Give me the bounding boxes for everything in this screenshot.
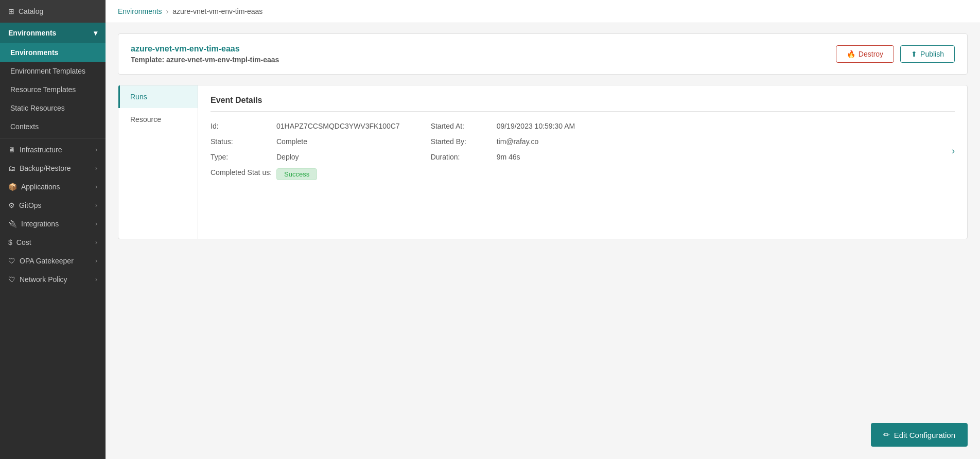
backup-icon: 🗂 — [8, 164, 15, 172]
event-started-by-row: Started By: tim@rafay.co — [431, 137, 575, 146]
event-type-value: Deploy — [276, 153, 299, 161]
event-started-by-label: Started By: — [431, 137, 493, 146]
chevron-right-icon-gitops: › — [95, 202, 97, 209]
environment-card: azure-vnet-vm-env-tim-eaas Template: azu… — [118, 33, 968, 75]
sidebar-item-contexts[interactable]: Contexts — [0, 117, 106, 136]
event-type-label: Type: — [211, 153, 272, 161]
sidebar-item-backup-restore[interactable]: 🗂 Backup/Restore › — [0, 159, 106, 178]
breadcrumb-current: azure-vnet-vm-env-tim-eaas — [172, 7, 262, 15]
event-id-value: 01HAPZ7CCSMQDC3YWV3FK100C7 — [276, 122, 400, 130]
sidebar-item-cost[interactable]: $ Cost › — [0, 233, 106, 252]
tab-resource-label: Resource — [130, 115, 161, 123]
event-type-row: Type: Deploy — [211, 153, 400, 161]
opa-icon: 🛡 — [8, 257, 15, 265]
chevron-right-icon-network: › — [95, 276, 97, 283]
event-completed-label: Completed Stat us: — [211, 168, 272, 176]
integrations-label: Integrations — [21, 220, 59, 228]
opa-gatekeeper-label: OPA Gatekeeper — [20, 257, 74, 265]
event-started-at-row: Started At: 09/19/2023 10:59:30 AM — [431, 122, 575, 130]
sidebar-item-infrastructure[interactable]: 🖥 Infrastructure › — [0, 140, 106, 159]
event-col-right: Started At: 09/19/2023 10:59:30 AM Start… — [431, 122, 575, 180]
applications-icon: 📦 — [8, 183, 17, 191]
publish-button[interactable]: ⬆ Publish — [900, 45, 955, 63]
breadcrumb-separator: › — [166, 7, 169, 15]
sidebar-item-applications[interactable]: 📦 Applications › — [0, 178, 106, 196]
publish-icon: ⬆ — [911, 50, 917, 58]
template-label: Template: — [131, 56, 164, 64]
destroy-button[interactable]: 🔥 Destroy — [836, 45, 894, 63]
tab-resource[interactable]: Resource — [118, 108, 198, 131]
chevron-down-icon: ▾ — [94, 29, 97, 37]
infrastructure-icon: 🖥 — [8, 146, 15, 154]
gitops-icon: ⚙ — [8, 201, 15, 209]
chevron-right-icon-apps: › — [95, 183, 97, 190]
sidebar-catalog[interactable]: ⊞ Catalog — [0, 0, 106, 23]
sidebar-item-environment-templates[interactable]: Environment Templates — [0, 62, 106, 80]
static-resources-label: Static Resources — [10, 104, 65, 112]
edit-config-icon: ✏ — [883, 430, 890, 439]
sidebar-item-network-policy[interactable]: 🛡 Network Policy › — [0, 270, 106, 289]
sidebar-environments-header[interactable]: Environments ▾ — [0, 23, 106, 43]
event-id-row: Id: 01HAPZ7CCSMQDC3YWV3FK100C7 — [211, 122, 400, 130]
event-completed-status-row: Completed Stat us: Success — [211, 168, 400, 180]
event-status-label: Status: — [211, 137, 272, 146]
publish-label: Publish — [920, 50, 944, 58]
destroy-icon: 🔥 — [847, 50, 855, 58]
event-duration-label: Duration: — [431, 153, 493, 161]
chevron-right-icon-integrations: › — [95, 220, 97, 227]
event-started-at-label: Started At: — [431, 122, 493, 130]
template-value: azure-vnet-vm-env-tmpl-tim-eaas — [166, 56, 279, 64]
integrations-icon: 🔌 — [8, 220, 17, 228]
main-content: Environments › azure-vnet-vm-env-tim-eaa… — [106, 0, 980, 459]
catalog-label: Catalog — [19, 7, 43, 15]
gitops-label: GitOps — [19, 201, 42, 209]
env-template: Template: azure-vnet-vm-env-tmpl-tim-eaa… — [131, 56, 279, 64]
event-id-label: Id: — [211, 122, 272, 130]
env-info: azure-vnet-vm-env-tim-eaas Template: azu… — [131, 44, 279, 64]
event-status-row: Status: Complete — [211, 137, 400, 146]
tabs-container: Runs Resource Event Details Id: 01HAPZ7C… — [118, 85, 968, 239]
cost-label: Cost — [16, 238, 31, 246]
tabs-sidebar: Runs Resource — [118, 85, 198, 239]
breadcrumb-link[interactable]: Environments — [118, 7, 162, 15]
tab-runs-label: Runs — [130, 93, 147, 101]
chevron-right-icon-opa: › — [95, 257, 97, 264]
environments-header-label: Environments — [8, 29, 56, 37]
event-started-by-value: tim@rafay.co — [497, 137, 539, 146]
chevron-right-icon-backup: › — [95, 165, 97, 172]
edit-config-label: Edit Configuration — [894, 431, 955, 439]
event-detail-chevron[interactable]: › — [952, 146, 955, 156]
env-name[interactable]: azure-vnet-vm-env-tim-eaas — [131, 44, 279, 54]
edit-configuration-button[interactable]: ✏ Edit Configuration — [871, 423, 968, 447]
destroy-label: Destroy — [859, 50, 883, 58]
infrastructure-label: Infrastructure — [20, 146, 62, 154]
backup-restore-label: Backup/Restore — [20, 164, 71, 172]
event-duration-row: Duration: 9m 46s — [431, 153, 575, 161]
network-policy-label: Network Policy — [20, 275, 67, 284]
sidebar-item-resource-templates[interactable]: Resource Templates — [0, 80, 106, 99]
breadcrumb: Environments › azure-vnet-vm-env-tim-eaa… — [106, 0, 980, 23]
environment-templates-label: Environment Templates — [10, 67, 85, 75]
sidebar-item-gitops[interactable]: ⚙ GitOps › — [0, 196, 106, 215]
event-duration-value: 9m 46s — [497, 153, 520, 161]
sidebar-item-static-resources[interactable]: Static Resources — [0, 99, 106, 117]
event-status-value: Complete — [276, 137, 307, 146]
tab-content: Event Details Id: 01HAPZ7CCSMQDC3YWV3FK1… — [198, 85, 967, 239]
contexts-label: Contexts — [10, 122, 39, 131]
grid-icon: ⊞ — [8, 7, 14, 15]
event-col-left: Id: 01HAPZ7CCSMQDC3YWV3FK100C7 Status: C… — [211, 122, 400, 180]
sidebar-item-integrations[interactable]: 🔌 Integrations › — [0, 215, 106, 233]
event-grid: Id: 01HAPZ7CCSMQDC3YWV3FK100C7 Status: C… — [211, 122, 955, 180]
applications-label: Applications — [21, 183, 60, 191]
tab-runs[interactable]: Runs — [118, 85, 198, 108]
event-completed-value: Success — [276, 168, 317, 180]
sidebar-item-environments[interactable]: Environments — [0, 43, 106, 62]
cost-icon: $ — [8, 238, 12, 246]
sidebar: ⊞ Catalog Environments ▾ Environments En… — [0, 0, 106, 459]
event-details-title: Event Details — [211, 96, 955, 112]
chevron-right-icon-cost: › — [95, 239, 97, 246]
sidebar-item-opa-gatekeeper[interactable]: 🛡 OPA Gatekeeper › — [0, 252, 106, 270]
env-actions: 🔥 Destroy ⬆ Publish — [836, 45, 955, 63]
network-icon: 🛡 — [8, 275, 15, 284]
resource-templates-label: Resource Templates — [10, 85, 76, 94]
